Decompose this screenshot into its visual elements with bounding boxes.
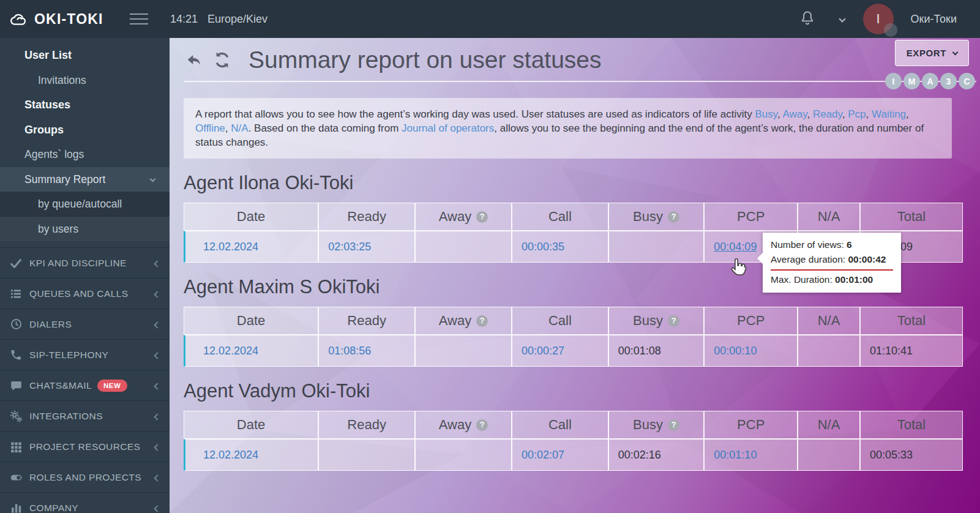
cell-busy: 00:01:08 <box>608 335 705 367</box>
description-link-journal-of-operators[interactable]: Journal of operators <box>402 122 494 134</box>
column-header-away: Away? <box>415 307 512 335</box>
description-link-away[interactable]: Away <box>782 108 807 120</box>
cell-pcp: 00:01:10 <box>704 439 798 471</box>
sidebar-section-dialers[interactable]: DIALERS <box>0 309 170 339</box>
cell-link-pcp[interactable]: 00:04:09 <box>714 241 757 253</box>
sidebar-section-queues-and-calls[interactable]: QUEUES AND CALLS <box>0 278 170 309</box>
sidebar-section-company[interactable]: COMPANY <box>0 492 170 513</box>
sidebar-section-integrations[interactable]: INTEGRATIONS <box>0 400 170 431</box>
column-header-away: Away? <box>415 411 512 439</box>
sidebar-section-project-resources[interactable]: PROJECT RESOURCES <box>0 431 170 462</box>
status-table: DateReadyAway?CallBusy?PCPN/ATotal12.02.… <box>184 411 963 471</box>
cell-link-pcp[interactable]: 00:00:10 <box>714 345 757 358</box>
sidebar-section-kpi-and-discipline[interactable]: KPI AND DISCIPLINE <box>0 247 170 278</box>
header-badge-a[interactable]: A <box>922 73 938 89</box>
column-header-n-a: N/A <box>798 203 860 231</box>
notifications-bell-icon[interactable] <box>799 10 815 28</box>
sidebar-section-label: DIALERS <box>29 319 72 330</box>
sidebar-sections: KPI AND DISCIPLINEQUEUES AND CALLSDIALER… <box>0 247 170 513</box>
column-header-date: Date <box>184 203 318 231</box>
column-header-ready: Ready <box>318 411 415 439</box>
sidebar: User ListInvitationsStatusesGroupsAgents… <box>0 38 170 513</box>
column-header-date: Date <box>184 307 318 335</box>
user-avatar[interactable]: I <box>863 4 894 34</box>
description-link-offline[interactable]: Offline <box>195 122 225 134</box>
sidebar-section-sip-telephony[interactable]: SIP-TELEPHONY <box>0 339 170 370</box>
cell-link-date[interactable]: 12.02.2024 <box>203 345 258 358</box>
page-title: Summary report on user statuses <box>249 47 602 73</box>
sidebar-item-summary-report[interactable]: Summary Report <box>0 167 170 192</box>
table-header-row: DateReadyAway?CallBusy?PCPN/ATotal <box>184 307 963 335</box>
clock-timezone: 14:21 Europe/Kiev <box>170 13 267 26</box>
export-button-label: EXPORT <box>907 48 946 58</box>
cell-total: 00:05:33 <box>860 439 963 471</box>
logo-text: OKI-TOKI <box>34 11 103 28</box>
column-header-call: Call <box>512 307 608 335</box>
tooltip-line: Average duration: 00:00:42 <box>771 252 893 271</box>
cell-link-call[interactable]: 00:02:07 <box>522 449 564 462</box>
cell-link-date[interactable]: 12.02.2024 <box>203 241 258 253</box>
timezone-label: Europe/Kiev <box>208 13 267 26</box>
column-header-label: Ready <box>347 209 386 225</box>
help-icon[interactable]: ? <box>476 315 488 327</box>
header-badge-m[interactable]: M <box>903 73 920 89</box>
back-button[interactable] <box>184 51 203 69</box>
column-header-call: Call <box>512 203 608 231</box>
menu-toggle-icon[interactable] <box>130 13 148 24</box>
cell-link-ready[interactable]: 01:08:56 <box>328 345 371 358</box>
sidebar-item-statuses[interactable]: Statuses <box>0 92 170 118</box>
column-header-label: Call <box>548 209 572 225</box>
chevron-left-icon <box>155 350 160 361</box>
cloud-logo-icon <box>10 11 28 27</box>
cell-link-call[interactable]: 00:00:35 <box>522 241 564 253</box>
column-header-label: N/A <box>818 417 840 433</box>
agents-report: Agent Ilona Oki-TokiDateReadyAway?CallBu… <box>184 172 963 471</box>
cell-date: 12.02.2024 <box>184 231 318 263</box>
cell-link-call[interactable]: 00:00:27 <box>522 345 564 358</box>
header-badge-3[interactable]: 3 <box>940 73 957 89</box>
sidebar-item-user-list[interactable]: User List <box>0 43 170 68</box>
sidebar-item-by-queue-autocall[interactable]: by queue/autocall <box>0 192 170 217</box>
column-header-label: Away <box>439 313 471 329</box>
help-icon[interactable]: ? <box>668 211 679 223</box>
column-header-total: Total <box>860 307 963 335</box>
cell-ready: 01:08:56 <box>318 335 415 367</box>
sidebar-section-label: PROJECT RESOURCES <box>29 441 140 452</box>
sidebar-section-roles-and-projects[interactable]: ROLES AND PROJECTS <box>0 462 170 492</box>
divider-line <box>184 81 976 82</box>
cell-link-date[interactable]: 12.02.2024 <box>203 449 258 462</box>
header-badge-i[interactable]: I <box>885 73 902 89</box>
export-chevron-icon <box>952 49 959 55</box>
sidebar-item-by-users[interactable]: by users <box>0 217 170 242</box>
column-header-label: PCP <box>737 209 765 225</box>
description-link-ready[interactable]: Ready <box>813 108 842 120</box>
sidebar-item-invitations[interactable]: Invitations <box>0 68 170 93</box>
profile-dropdown-chevron-icon[interactable] <box>839 15 845 22</box>
tooltip-arrow <box>757 253 763 264</box>
sidebar-item-agents-logs[interactable]: Agents` logs <box>0 142 170 167</box>
description-link-n-a[interactable]: N/A <box>231 122 248 134</box>
export-button[interactable]: EXPORT <box>895 40 969 66</box>
header-badges: IMA3C <box>885 73 975 89</box>
help-icon[interactable]: ? <box>476 419 488 431</box>
avatar-presence-dot <box>884 23 897 37</box>
sidebar-item-groups[interactable]: Groups <box>0 118 170 143</box>
cell-link-pcp[interactable]: 00:01:10 <box>714 449 757 462</box>
header-badge-c[interactable]: C <box>959 73 975 89</box>
description-link-busy[interactable]: Busy <box>755 108 777 120</box>
list-icon <box>7 286 24 301</box>
help-icon[interactable]: ? <box>668 419 679 431</box>
mouse-cursor-hand <box>728 256 747 280</box>
help-icon[interactable]: ? <box>668 315 679 327</box>
refresh-button[interactable] <box>213 51 231 69</box>
toggle-icon <box>7 470 24 485</box>
cell-link-ready[interactable]: 02:03:25 <box>328 241 371 253</box>
phone-icon <box>7 348 24 362</box>
sidebar-section-chats-mail[interactable]: CHATS&MAILNEW <box>0 370 170 400</box>
cell-call: 00:00:27 <box>512 335 608 367</box>
help-icon[interactable]: ? <box>476 211 488 223</box>
gears-icon <box>7 409 24 424</box>
description-link-pcp[interactable]: Pcp <box>848 108 866 120</box>
description-link-waiting[interactable]: Waiting <box>872 108 906 120</box>
app-logo[interactable]: OKI-TOKI <box>0 11 130 28</box>
